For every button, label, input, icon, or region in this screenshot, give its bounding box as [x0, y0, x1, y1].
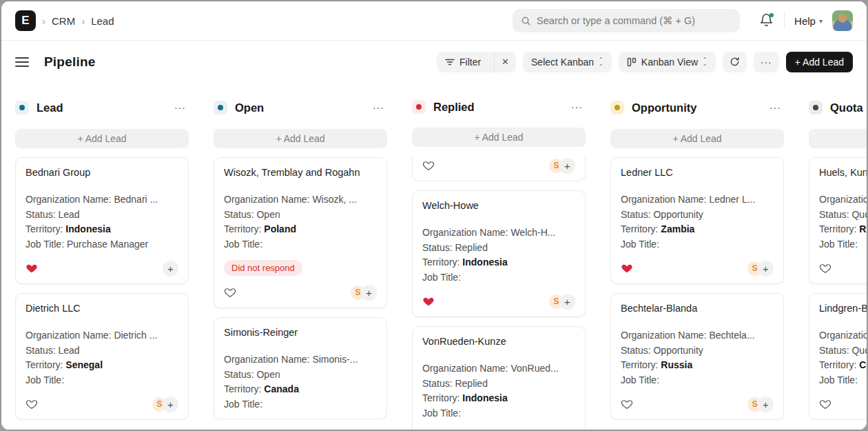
search-placeholder: Search or type a command (⌘ + G): [537, 15, 695, 26]
toolbar-actions: Filter ✕ Select Kanban ⌃⌄ Kanban View ⌃⌄: [437, 52, 853, 72]
like-icon-filled[interactable]: [25, 262, 38, 274]
column-add-lead-button[interactable]: + Add Lead: [809, 129, 867, 148]
breadcrumb-lead[interactable]: Lead: [91, 15, 114, 27]
sidebar-toggle-icon[interactable]: [15, 57, 29, 67]
lead-card[interactable]: Bechtelar-Blanda Organization Name: Bech…: [610, 293, 784, 420]
column-dot-halo: [15, 101, 29, 114]
assign-plus-button[interactable]: +: [361, 285, 377, 301]
top-navbar: E › CRM › Lead Search or type a command …: [1, 1, 867, 41]
filter-icon: [445, 58, 455, 66]
assign-plus-button[interactable]: +: [758, 397, 774, 412]
lead-field-line: Status: Opportunity: [621, 343, 774, 359]
page-title: Pipeline: [44, 54, 95, 70]
lead-card[interactable]: Huels, Kund OrganizatioStatus: QuoTerrit…: [809, 157, 867, 284]
kanban-column: Lead ··· + Add Lead Bednari Group Organi…: [15, 99, 189, 430]
like-icon[interactable]: [819, 262, 831, 274]
lead-field-line: Organization Name: Dietrich ...: [25, 328, 178, 343]
like-icon[interactable]: [25, 398, 38, 410]
notifications-bell-icon[interactable]: [759, 13, 774, 28]
help-menu[interactable]: Help ▾: [794, 15, 823, 27]
lead-field-line: Territory: Indonesia: [422, 255, 575, 270]
lead-card-title: Bednari Group: [25, 167, 178, 178]
column-more-button[interactable]: ···: [568, 100, 586, 114]
column-add-lead-button[interactable]: + Add Lead: [610, 129, 784, 148]
page-toolbar: Pipeline Filter ✕ Select Kanban ⌃⌄: [1, 41, 867, 83]
lead-field-line: Status: Opportunity: [621, 208, 774, 223]
assign-plus-button[interactable]: +: [559, 158, 575, 174]
lead-card[interactable]: Simonis-Reinger Organization Name: Simon…: [214, 317, 387, 419]
assign-plus-button[interactable]: +: [163, 397, 178, 412]
kanban-column: Quota ··· + Add Lead Huels, Kund Organiz…: [809, 99, 867, 430]
lead-card[interactable]: VonRueden-Kunze Organization Name: VonRu…: [412, 326, 586, 430]
lead-field-line: Status: Open: [224, 368, 377, 383]
lead-card[interactable]: S+: [412, 156, 586, 181]
lead-card-fields: Organization Name: Wisozk, ...Status: Op…: [224, 192, 377, 276]
select-kanban-label: Select Kanban: [531, 57, 594, 68]
select-kanban-dropdown[interactable]: Select Kanban ⌃⌄: [523, 52, 612, 72]
column-more-button[interactable]: ···: [767, 101, 784, 114]
column-add-lead-button[interactable]: + Add Lead: [15, 129, 189, 148]
filter-button[interactable]: Filter: [437, 52, 489, 72]
lead-field-line: Organizatio: [819, 192, 867, 208]
assign-plus-button[interactable]: +: [758, 261, 774, 277]
kanban-view-dropdown[interactable]: Kanban View ⌃⌄: [619, 52, 716, 72]
lead-card-title: Ledner LLC: [621, 167, 774, 178]
chevron-down-icon: ▾: [819, 17, 823, 25]
column-dot-halo: [610, 101, 624, 114]
column-more-button[interactable]: ···: [370, 101, 387, 114]
like-icon-filled[interactable]: [422, 295, 435, 308]
search-input[interactable]: Search or type a command (⌘ + G): [513, 9, 740, 32]
filter-clear-button[interactable]: ✕: [494, 52, 516, 72]
column-more-button[interactable]: ···: [172, 101, 189, 114]
like-icon-filled[interactable]: [621, 262, 633, 274]
kanban-view-label: Kanban View: [641, 57, 698, 68]
lead-card-footer: S+: [422, 293, 575, 310]
card-footer-right: S+: [549, 294, 575, 310]
filter-label: Filter: [459, 57, 481, 68]
filter-button-group: Filter ✕: [437, 52, 516, 72]
app-logo[interactable]: E: [15, 10, 36, 31]
card-footer-right: S+: [747, 261, 774, 277]
lead-field-line: Organization Name: Bednari ...: [25, 192, 178, 208]
lead-card-footer: S+: [621, 260, 774, 277]
lead-card[interactable]: Wisozk, Tremblay and Rogahn Organization…: [214, 157, 387, 308]
lead-field-line: Job Title:: [25, 373, 178, 388]
lead-card-title: Wisozk, Tremblay and Rogahn: [224, 167, 377, 178]
lead-card[interactable]: Dietrich LLC Organization Name: Dietrich…: [15, 293, 189, 420]
search-icon: [521, 16, 531, 26]
breadcrumb-crm[interactable]: CRM: [52, 15, 75, 27]
user-avatar[interactable]: [832, 10, 853, 31]
column-header: Open ···: [214, 99, 387, 116]
assign-plus-button[interactable]: +: [559, 294, 575, 310]
lead-card[interactable]: Ledner LLC Organization Name: Ledner L..…: [610, 157, 784, 284]
like-icon[interactable]: [422, 159, 435, 172]
lead-field-line: Territory: Indonesia: [25, 222, 178, 237]
close-icon: ✕: [502, 57, 509, 67]
like-icon[interactable]: [224, 286, 236, 299]
lead-field-line: Organization Name: Ledner L...: [621, 192, 774, 208]
more-options-button[interactable]: ···: [754, 52, 779, 72]
lead-card[interactable]: Bednari Group Organization Name: Bednari…: [15, 157, 189, 284]
lead-field-line: Job Title: Purchase Manager: [25, 237, 178, 252]
lead-card-title: Dietrich LLC: [25, 303, 178, 314]
lead-field-line: Status: Quo: [819, 208, 867, 223]
card-footer-right: S+: [152, 397, 178, 412]
column-cards: Bednari Group Organization Name: Bednari…: [15, 157, 189, 420]
lead-card[interactable]: Welch-Howe Organization Name: Welch-H...…: [412, 190, 586, 317]
refresh-button[interactable]: [723, 52, 747, 72]
status-dot-icon: [614, 105, 620, 110]
add-lead-button[interactable]: + Add Lead: [786, 52, 853, 72]
assign-plus-button[interactable]: +: [163, 261, 178, 277]
sort-chevrons-icon: ⌃⌄: [599, 58, 603, 66]
lead-card-fields: Organization Name: Dietrich ...Status: L…: [25, 328, 178, 388]
like-icon[interactable]: [621, 398, 633, 410]
lead-card-title: Huels, Kund: [819, 167, 867, 178]
lead-card[interactable]: Lindgren-B OrganizatioStatus: QuoTerrito…: [809, 293, 867, 420]
column-add-lead-button[interactable]: + Add Lead: [412, 128, 586, 147]
like-icon[interactable]: [819, 398, 831, 410]
lead-card-footer: S+: [422, 157, 575, 174]
add-lead-label: + Add Lead: [795, 57, 844, 68]
column-add-lead-button[interactable]: + Add Lead: [214, 129, 387, 148]
column-dot-halo: [214, 101, 227, 114]
lead-card-title: Bechtelar-Blanda: [621, 303, 774, 314]
